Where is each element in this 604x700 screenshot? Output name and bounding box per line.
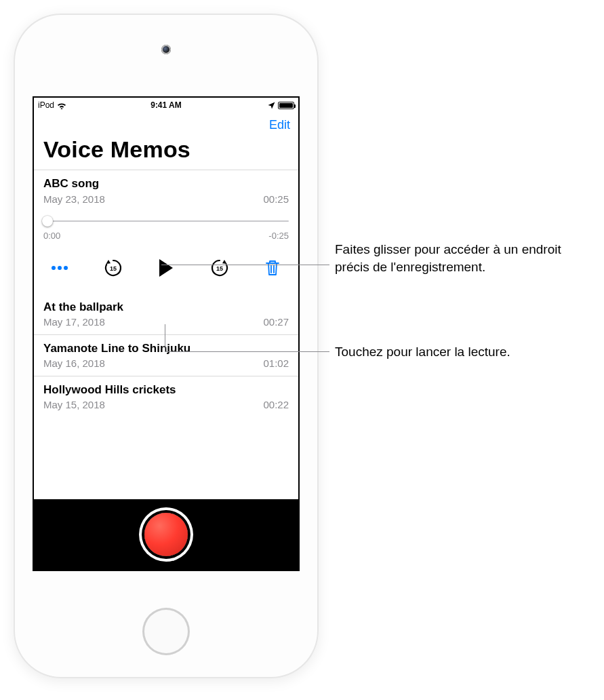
status-bar: iPod 9:41 AM: [34, 98, 298, 113]
callout-line: [165, 324, 165, 351]
callout-line: [165, 351, 329, 352]
callout-scrubber: Faites glisser pour accéder à un endroit…: [335, 241, 592, 275]
memo-item[interactable]: Yamanote Line to Shinjuku May 16, 2018 0…: [34, 335, 298, 376]
play-button[interactable]: [153, 254, 180, 281]
battery-icon: [278, 102, 294, 109]
location-icon: [268, 102, 275, 109]
home-button[interactable]: [142, 608, 190, 655]
memo-duration: 00:22: [263, 399, 289, 410]
playback-scrubber[interactable]: [43, 213, 289, 229]
svg-text:15: 15: [216, 265, 222, 272]
forward-15-button[interactable]: 15: [206, 254, 233, 281]
scrubber-knob[interactable]: [42, 216, 53, 227]
memo-duration: 00:25: [263, 193, 289, 205]
screen: iPod 9:41 AM Edit Voice Memos ABC song M…: [33, 96, 300, 571]
memo-date: May 17, 2018: [43, 316, 105, 328]
scrubber-track: [43, 220, 289, 222]
memo-date: May 16, 2018: [43, 357, 105, 369]
record-button[interactable]: [144, 513, 188, 556]
nav-bar: Edit: [34, 113, 298, 135]
memo-item[interactable]: At the ballpark May 17, 2018 00:27: [34, 294, 298, 335]
delete-button[interactable]: [259, 254, 286, 281]
rewind-15-button[interactable]: 15: [100, 254, 127, 281]
memo-duration: 01:02: [263, 357, 289, 369]
callout-play: Touchez pour lancer la lecture.: [335, 343, 579, 361]
playback-controls: 15 15: [43, 241, 289, 290]
memo-title: Hollywood Hills crickets: [43, 383, 289, 397]
memo-duration: 00:27: [263, 316, 289, 328]
svg-point-0: [52, 266, 56, 270]
record-footer: [34, 499, 298, 570]
memo-item[interactable]: Hollywood Hills crickets May 15, 2018 00…: [34, 376, 298, 417]
page-title: Voice Memos: [34, 135, 298, 170]
memo-date: May 15, 2018: [43, 399, 105, 410]
front-camera: [161, 45, 171, 54]
memo-title: ABC song: [43, 177, 289, 191]
memo-title: Yamanote Line to Shinjuku: [43, 342, 289, 355]
memo-title: At the ballpark: [43, 300, 289, 314]
svg-point-1: [58, 266, 62, 270]
memo-date: May 23, 2018: [43, 193, 105, 205]
svg-text:15: 15: [109, 265, 116, 272]
status-time: 9:41 AM: [34, 100, 298, 110]
more-button[interactable]: [46, 254, 73, 281]
edit-button[interactable]: Edit: [269, 118, 290, 132]
memo-expanded[interactable]: ABC song May 23, 2018 00:25 0:00 -0:25: [34, 170, 298, 294]
callout-line: [161, 265, 329, 265]
ipod-device: iPod 9:41 AM Edit Voice Memos ABC song M…: [14, 14, 319, 678]
svg-point-2: [64, 266, 68, 270]
remaining-time: -0:25: [268, 231, 289, 241]
elapsed-time: 0:00: [43, 231, 60, 241]
